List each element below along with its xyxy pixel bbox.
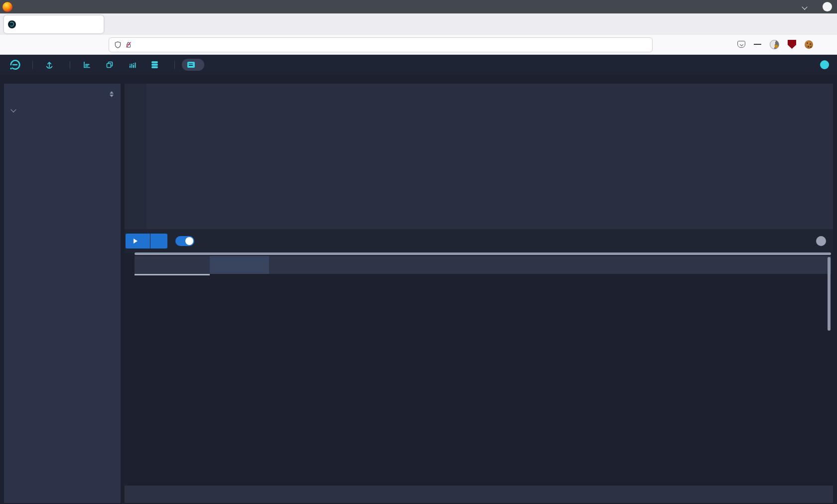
ingestion-icon [83, 61, 91, 69]
table-header-row [135, 256, 831, 274]
tab-apache-druid[interactable] [4, 15, 104, 33]
window-minimize-icon[interactable] [802, 4, 807, 9]
column-header-year[interactable] [135, 256, 210, 274]
cookie-extension-icon[interactable] [805, 40, 813, 49]
sort-columns-icon[interactable] [110, 91, 114, 97]
druid-logo-icon [8, 58, 22, 72]
nav-divider [32, 61, 33, 69]
druid-navbar [0, 55, 837, 75]
horizontal-scrollbar[interactable] [135, 252, 831, 255]
ublock-icon[interactable] [788, 40, 796, 49]
download-results-icon[interactable] [816, 236, 826, 246]
firefox-window [0, 0, 837, 504]
nav-item-services[interactable] [146, 58, 167, 71]
insecure-lock-icon[interactable] [125, 41, 132, 49]
load-data-icon [45, 61, 53, 69]
datasources-icon [106, 61, 114, 69]
tracking-shield-icon[interactable] [114, 41, 122, 49]
segments-icon [129, 61, 137, 69]
sidebar-table-earthquakes[interactable] [4, 103, 121, 118]
schema-sidebar [4, 84, 121, 503]
services-icon [151, 61, 158, 68]
sql-editor[interactable] [125, 84, 833, 229]
pocket-icon[interactable] [737, 41, 745, 48]
play-icon [134, 239, 138, 244]
tab-strip [0, 13, 837, 35]
nav-item-datasources[interactable] [100, 58, 123, 72]
nav-divider [70, 61, 70, 69]
nav-divider [174, 61, 175, 69]
editor-gutter [125, 84, 146, 229]
query-toolbar [125, 229, 833, 253]
browser-toolbar [0, 35, 837, 55]
header-filler [269, 256, 831, 274]
vertical-scrollbar[interactable] [828, 257, 831, 331]
run-button[interactable] [126, 234, 150, 249]
chevron-down-icon[interactable] [10, 107, 16, 112]
extension-icon[interactable] [770, 40, 779, 49]
address-bar[interactable] [109, 37, 653, 52]
window-titlebar [0, 0, 837, 13]
column-header-earthquakes[interactable] [210, 256, 269, 274]
downloads-icon[interactable] [754, 44, 761, 45]
auto-limit-toggle[interactable] [175, 236, 194, 246]
query-view [0, 75, 837, 504]
run-more-button[interactable] [150, 234, 167, 249]
nav-item-ingestion[interactable] [77, 58, 100, 72]
window-close-icon[interactable] [823, 2, 832, 11]
firefox-logo-icon [2, 2, 12, 12]
help-icon[interactable] [820, 60, 829, 69]
query-icon [187, 62, 195, 68]
results-table [135, 256, 831, 486]
nav-item-load-data[interactable] [40, 58, 63, 72]
druid-logo[interactable] [8, 58, 25, 72]
druid-favicon [8, 20, 16, 28]
nav-item-segments[interactable] [123, 58, 146, 72]
sort-indicator [135, 274, 831, 275]
nav-item-query[interactable] [182, 59, 204, 71]
pagination-bar [125, 486, 833, 503]
